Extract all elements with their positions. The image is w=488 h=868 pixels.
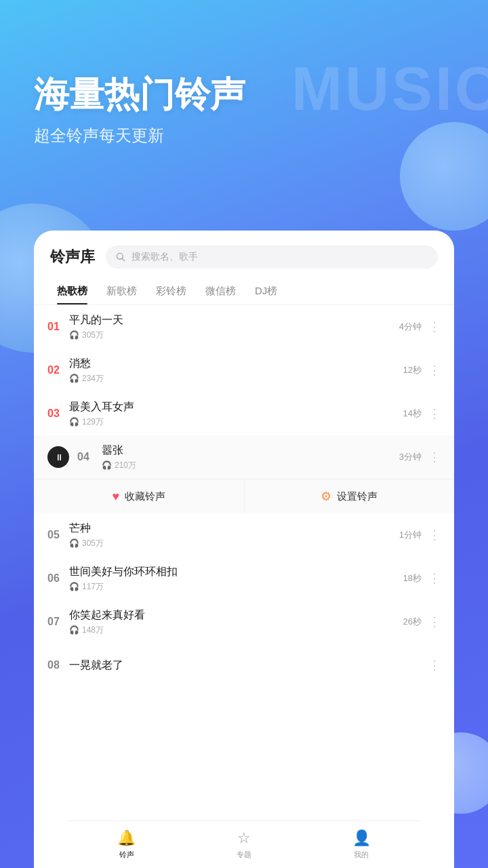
search-bar[interactable]: 搜索歌名、歌手 [106, 245, 438, 269]
song-row-4-main[interactable]: ⏸ 04 嚣张 🎧 210万 3分钟 ⋮ [34, 435, 454, 479]
song-info-3: 最美入耳女声 🎧 129万 [69, 400, 403, 428]
more-btn-4[interactable]: ⋮ [428, 450, 441, 465]
bg-bubble-right [400, 122, 488, 231]
svg-line-1 [122, 258, 125, 261]
song-meta-5: 🎧 305万 [69, 538, 399, 549]
song-duration-4: 3分钟 [399, 451, 422, 463]
tab-hot[interactable]: 热歌榜 [47, 278, 97, 304]
song-info-8: 一晃就老了 [69, 658, 428, 673]
song-meta-2: 🎧 234万 [69, 373, 403, 384]
music-watermark: MUSIC [291, 54, 488, 124]
play-count-2: 234万 [82, 373, 104, 384]
card-title: 铃声库 [50, 247, 95, 267]
song-rank-5: 05 [47, 529, 66, 541]
play-count-3: 129万 [82, 416, 104, 428]
tabs-bar: 热歌榜 新歌榜 彩铃榜 微信榜 DJ榜 [34, 278, 454, 305]
song-meta-1: 🎧 305万 [69, 330, 399, 341]
song-name-1: 平凡的一天 [69, 313, 399, 328]
song-duration-6: 18秒 [403, 572, 422, 585]
song-duration-1: 4分钟 [399, 321, 422, 333]
headphone-icon-2: 🎧 [69, 374, 79, 383]
song-info-2: 消愁 🎧 234万 [69, 357, 403, 384]
gear-icon: ⚙ [321, 489, 331, 504]
song-duration-7: 26秒 [403, 616, 422, 628]
song-name-8: 一晃就老了 [69, 658, 428, 673]
song-rank-2: 02 [47, 364, 66, 376]
search-icon [115, 252, 126, 262]
heart-icon: ♥ [112, 490, 119, 504]
headphone-icon-5: 🎧 [69, 538, 79, 548]
headphone-icon-7: 🎧 [69, 625, 79, 635]
search-placeholder: 搜索歌名、歌手 [131, 251, 198, 263]
header-area: 海量热门铃声 超全铃声每天更新 [34, 75, 245, 146]
more-btn-6[interactable]: ⋮ [428, 571, 441, 586]
play-pause-btn[interactable]: ⏸ [47, 446, 69, 468]
nav-ringtone[interactable]: 🔔 铃声 [68, 829, 185, 860]
star-icon: ☆ [237, 829, 251, 847]
song-duration-2: 12秒 [403, 364, 422, 376]
song-info-4: 嚣张 🎧 210万 [102, 443, 399, 471]
song-name-4: 嚣张 [102, 443, 399, 458]
song-info-1: 平凡的一天 🎧 305万 [69, 313, 399, 341]
action-bar: ♥ 收藏铃声 ⚙ 设置铃声 [34, 479, 454, 513]
song-meta-6: 🎧 117万 [69, 581, 403, 593]
headphone-icon-4: 🎧 [102, 460, 112, 470]
song-info-7: 你笑起来真好看 🎧 148万 [69, 608, 403, 636]
song-rank-6: 06 [47, 572, 66, 585]
song-row-7[interactable]: 07 你笑起来真好看 🎧 148万 26秒 ⋮ [34, 600, 454, 644]
song-meta-3: 🎧 129万 [69, 416, 403, 428]
more-btn-8[interactable]: ⋮ [428, 658, 441, 673]
song-row-8[interactable]: 08 一晃就老了 ⋮ [34, 644, 454, 687]
nav-mine-label: 我的 [354, 850, 369, 860]
song-info-5: 芒种 🎧 305万 [69, 521, 399, 549]
song-rank-1: 01 [47, 321, 66, 333]
tab-dj[interactable]: DJ榜 [245, 278, 287, 304]
song-duration-5: 1分钟 [399, 529, 422, 541]
song-row-3[interactable]: 03 最美入耳女声 🎧 129万 14秒 ⋮ [34, 392, 454, 435]
collect-btn[interactable]: ♥ 收藏铃声 [34, 480, 245, 513]
app-card: 铃声库 搜索歌名、歌手 热歌榜 新歌榜 彩铃榜 微信榜 DJ榜 01 平凡的一天… [34, 231, 454, 868]
song-info-6: 世间美好与你环环相扣 🎧 117万 [69, 565, 403, 593]
song-rank-8: 08 [47, 659, 66, 671]
person-icon: 👤 [352, 829, 371, 847]
song-row-2[interactable]: 02 消愁 🎧 234万 12秒 ⋮ [34, 349, 454, 392]
play-count-6: 117万 [82, 581, 104, 593]
song-row-6[interactable]: 06 世间美好与你环环相扣 🎧 117万 18秒 ⋮ [34, 557, 454, 600]
song-rank-4: 04 [77, 451, 96, 463]
more-btn-1[interactable]: ⋮ [428, 319, 441, 334]
header-subtitle: 超全铃声每天更新 [34, 125, 245, 146]
song-name-7: 你笑起来真好看 [69, 608, 403, 623]
song-row-4: ⏸ 04 嚣张 🎧 210万 3分钟 ⋮ ♥ 收藏铃声 [34, 435, 454, 513]
song-duration-3: 14秒 [403, 408, 422, 420]
bottom-nav: 🔔 铃声 ☆ 专题 👤 我的 [68, 821, 420, 868]
song-meta-4: 🎧 210万 [102, 460, 399, 471]
tab-wechat[interactable]: 微信榜 [196, 278, 245, 304]
more-btn-3[interactable]: ⋮ [428, 406, 441, 421]
song-list: 01 平凡的一天 🎧 305万 4分钟 ⋮ 02 消愁 🎧 234万 12秒 [34, 305, 454, 868]
headphone-icon-3: 🎧 [69, 417, 79, 427]
collect-label: 收藏铃声 [125, 490, 165, 503]
card-header: 铃声库 搜索歌名、歌手 [34, 231, 454, 278]
song-row-1[interactable]: 01 平凡的一天 🎧 305万 4分钟 ⋮ [34, 305, 454, 349]
nav-special[interactable]: ☆ 专题 [185, 829, 302, 860]
bell-icon: 🔔 [117, 829, 136, 847]
song-name-5: 芒种 [69, 521, 399, 536]
song-rank-3: 03 [47, 408, 66, 420]
headphone-icon-1: 🎧 [69, 330, 79, 340]
nav-mine[interactable]: 👤 我的 [303, 829, 420, 860]
pause-icon: ⏸ [55, 452, 64, 462]
set-ringtone-btn[interactable]: ⚙ 设置铃声 [245, 479, 455, 513]
nav-ringtone-label: 铃声 [119, 850, 134, 860]
song-name-2: 消愁 [69, 357, 403, 371]
tab-color[interactable]: 彩铃榜 [146, 278, 196, 304]
header-title: 海量热门铃声 [34, 75, 245, 115]
play-count-1: 305万 [82, 330, 104, 341]
more-btn-5[interactable]: ⋮ [428, 528, 441, 542]
song-row-5[interactable]: 05 芒种 🎧 305万 1分钟 ⋮ [34, 513, 454, 557]
song-rank-7: 07 [47, 616, 66, 628]
more-btn-2[interactable]: ⋮ [428, 363, 441, 378]
more-btn-7[interactable]: ⋮ [428, 614, 441, 629]
tab-new[interactable]: 新歌榜 [97, 278, 146, 304]
set-label: 设置铃声 [337, 490, 378, 503]
song-name-6: 世间美好与你环环相扣 [69, 565, 403, 579]
